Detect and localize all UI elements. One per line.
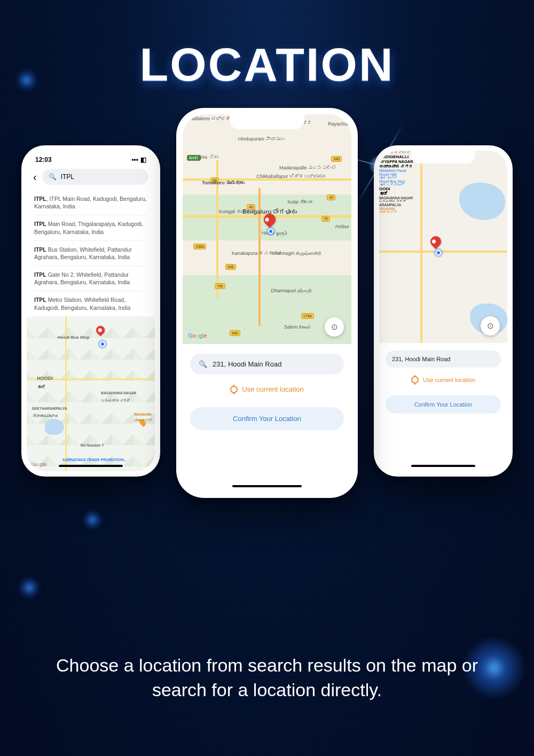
map-label: ವಿಂಡ್ ಮಿಲ್ಸ್ [134,419,152,422]
map-city-label: Salem சேலம் [284,325,311,330]
location-value: 231, Hoodi Main Road [392,356,450,362]
map-preview[interactable]: Hoodi Bus Stop HOODI ಹೂಡಿ SEETHARAMPALYA… [27,317,155,471]
route-badge: 340 [331,156,342,162]
map-city-label: Tumakuru ತುಮಕೂರು [202,181,245,186]
map-label: Rd Number 7 [81,443,104,447]
page-subtitle: Choose a location from search results on… [0,653,534,703]
map-view[interactable]: ಅನುಗ್ರಹ ಲೇಔಟ್ KODIGEHALLI AYYAPPA NAGAR … [379,151,507,343]
search-icon: 🔍 [199,360,207,368]
map-view[interactable]: AH47 69 48 948 150A 766 75 42 340 179A 9… [183,114,351,344]
search-value: ITPL [61,173,74,181]
status-indicators: •••◧ [129,156,146,163]
location-input[interactable]: 🔍 231, Hoodi Main Road [190,354,344,375]
map-city-label: Chikkaballapur ಚಿಕ್ಕಬಳ್ಳಾಪುರ [256,174,327,180]
map-label: Windmills [134,412,152,416]
locate-me-button[interactable]: ⊙ [481,316,500,336]
map-label: ಸೀತಾರಾಮಪಾಳ್ಯ [32,414,58,418]
search-results-list: ITPL, ITPL Main Road, Kadugodi, Bengalur… [27,190,155,317]
crosshair-icon [230,386,238,393]
map-city-label: Hosur ஓசூர் [262,231,287,236]
confirm-location-button[interactable]: Confirm Your Location [386,395,501,414]
route-badge: 42 [327,194,335,200]
map-city-label: Sira ಸಿರಾ [199,155,218,160]
route-badge: 766 [215,283,225,289]
confirm-location-button[interactable]: Confirm Your Location [190,407,344,430]
map-city-label: Madanapalle మదనపల్లె [279,166,336,171]
map-label: ಬಸವಣ್ಣ ನಗರ್ [101,399,130,402]
route-badge: 948 [225,264,236,270]
search-result-item[interactable]: ITPL Bus Station, Whitefield, Pattandur … [34,241,147,266]
google-attribution: Google [188,332,207,339]
status-time: 12:03 [35,156,52,163]
back-icon[interactable]: ‹ [33,171,37,183]
use-current-label: Use current location [242,385,304,393]
use-current-location-button[interactable]: Use current location [190,382,344,396]
map-label: Hoodi Halt [379,173,507,176]
map-city-label: Rayachoti [328,122,349,127]
route-badge: 948 [230,330,240,336]
search-result-item[interactable]: ITPL, ITPL Main Road, Kadugodi, Bengalur… [34,190,147,215]
search-input[interactable]: 🔍 ITPL [42,169,148,185]
map-label: ಹೂಡಿ [37,385,45,389]
map-label: SEETHARAMPALYA [32,407,67,410]
page-title: LOCATION [0,0,534,92]
route-badge: 75 [321,216,330,222]
crosshair-icon [411,376,419,384]
map-label: ಅಯ್ಯಪ್ಪ ನಗರ [379,164,507,169]
location-panel: 231, Hoodi Main Road Use current locatio… [379,343,507,471]
phone-left: 12:03 •••◧ ‹ 🔍 ITPL ITPL, ITPL Main Road… [21,145,160,477]
route-badge: 150A [193,244,206,250]
map-city-label: Kolar ಕೋಲಾರ [287,200,314,205]
map-label: Hoodi Bus Stop [379,180,507,183]
location-input[interactable]: 231, Hoodi Main Road [386,350,501,368]
route-badge: 179A [301,313,314,319]
google-attribution: Google [31,462,46,467]
map-label: BASAVANNA NAGAR [101,391,136,395]
search-result-item[interactable]: ITPL Main Road, Thigalarapalya, Kadugodi… [34,215,147,240]
locate-me-button[interactable]: ⊙ [325,317,344,337]
use-current-location-button[interactable]: Use current location [386,373,501,387]
map-city-label: Dharmapuri தர்மபுரி [271,289,312,294]
map-label: Hoodi Bus Stop [58,335,90,340]
search-result-item[interactable]: ITPL Gate No 2, Whitefield, Pattandur Ag… [34,266,147,291]
search-icon: 🔍 [49,173,57,181]
location-value: 231, Hoodi Main Road [213,360,281,368]
phone-center: AH47 69 48 948 150A 766 75 42 340 179A 9… [176,108,358,498]
phone-right: ಅನುಗ್ರಹ ಲೇಔಟ್ KODIGEHALLI AYYAPPA NAGAR … [374,145,513,477]
map-city-label: Ambur [335,224,349,230]
map-city-label: Hindupuram హిందూపురం [238,137,284,142]
use-current-label: Use current location [423,377,475,383]
location-panel: 🔍 231, Hoodi Main Road Use current locat… [183,344,351,492]
map-label: KARNATAKA TRADE PROMOTION... [62,458,127,462]
map-label: HOODI [37,376,53,381]
phone-showcase: 12:03 •••◧ ‹ 🔍 ITPL ITPL, ITPL Main Road… [0,108,534,525]
map-city-label: Krishnagiri கிருஷ்ணகிரி [272,251,321,256]
map-label: Whitefield Panel [379,169,507,173]
search-result-item[interactable]: ITPL Metro Station, Whitefield Road, Kad… [34,291,147,316]
map-city-label: Challakere ಚಳ್ಳಕೆರೆ [187,116,235,122]
